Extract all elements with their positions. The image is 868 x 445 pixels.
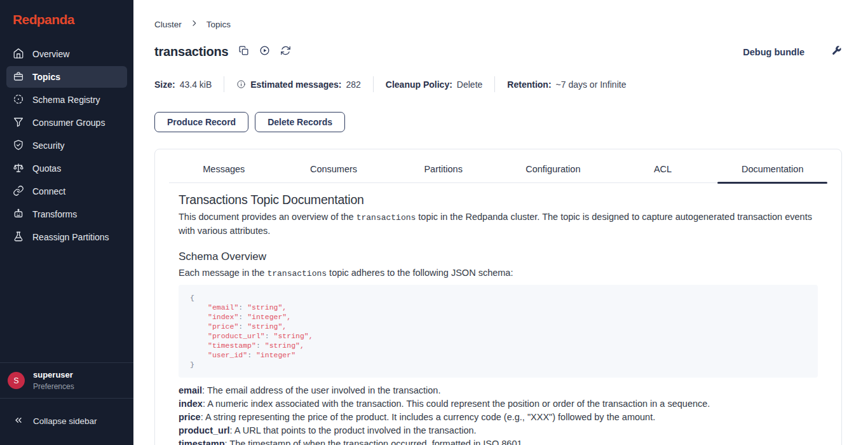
topic-tabs: Messages Consumers Partitions Configurat… — [169, 149, 827, 183]
sidebar-item-connect[interactable]: Connect — [6, 181, 127, 202]
breadcrumb-topics[interactable]: Topics — [207, 20, 231, 29]
delete-records-button[interactable]: Delete Records — [255, 112, 345, 132]
refresh-icon[interactable] — [280, 45, 291, 58]
shield-check-icon — [13, 139, 24, 153]
topic-actions: Produce Record Delete Records — [154, 112, 842, 132]
sidebar-item-label: Consumer Groups — [32, 118, 105, 128]
copy-icon[interactable] — [238, 45, 249, 58]
flask-icon — [13, 231, 24, 244]
sidebar-item-reassign-partitions[interactable]: Reassign Partitions — [6, 226, 127, 248]
sidebar-item-security[interactable]: Security — [6, 135, 127, 156]
divider — [373, 76, 374, 92]
sidebar-item-label: Security — [32, 140, 65, 151]
field-desc-product-url: product_url: A URL that points to the pr… — [179, 424, 817, 437]
sidebar-item-quotas[interactable]: Quotas — [6, 158, 127, 179]
inline-code: transactions — [267, 269, 327, 278]
sidebar-nav: Overview Topics Schema Registry Consumer… — [0, 43, 133, 249]
tab-partitions[interactable]: Partitions — [388, 158, 498, 182]
stat-size: Size:43.4 kiB — [154, 79, 212, 90]
breadcrumb: Cluster Topics — [154, 19, 842, 29]
preferences-link[interactable]: Preferences — [33, 382, 74, 391]
divider — [494, 76, 495, 92]
redpanda-logo: Redpanda — [0, 0, 133, 27]
robot-icon — [13, 208, 24, 221]
wrench-icon[interactable] — [831, 45, 842, 58]
chevrons-left-icon — [13, 415, 24, 427]
sidebar-item-consumer-groups[interactable]: Consumer Groups — [6, 112, 127, 134]
link-icon — [13, 185, 24, 198]
field-descriptions: email: The email address of the user inv… — [179, 384, 817, 445]
doc-title: Transactions Topic Documentation — [179, 193, 817, 207]
page-title: transactions — [154, 44, 229, 59]
produce-record-button[interactable]: Produce Record — [154, 112, 248, 132]
field-desc-index: index: A numeric index associated with t… — [179, 397, 817, 411]
collapse-sidebar-label: Collapse sidebar — [33, 416, 97, 426]
divider — [224, 76, 224, 92]
sidebar-item-topics[interactable]: Topics — [6, 66, 127, 88]
avatar: S — [8, 372, 25, 389]
sidebar-item-label: Overview — [32, 49, 69, 59]
sidebar-item-label: Quotas — [32, 163, 61, 174]
title-row: transactions Debug bundle — [154, 44, 842, 59]
play-circle-icon[interactable] — [259, 45, 270, 58]
stat-estimated-messages: Estimated messages:282 — [236, 79, 361, 90]
sidebar-item-overview[interactable]: Overview — [6, 43, 127, 65]
json-schema-code-block: { "email": "string", "index": "integer",… — [179, 285, 818, 378]
sidebar-item-schema-registry[interactable]: Schema Registry — [6, 89, 127, 111]
documentation-content: Transactions Topic Documentation This do… — [155, 183, 841, 445]
scales-icon — [13, 162, 24, 175]
field-desc-price: price: A string representing the price o… — [179, 411, 817, 424]
doc-intro: This document provides an overview of th… — [179, 210, 817, 238]
topic-card: Messages Consumers Partitions Configurat… — [154, 149, 842, 445]
tab-documentation[interactable]: Documentation — [717, 158, 827, 182]
field-desc-timestamp: timestamp: The timestamp of when the tra… — [179, 437, 817, 445]
funnel-icon — [13, 116, 24, 130]
sidebar-item-label: Topics — [32, 72, 60, 82]
sidebar: Redpanda Overview Topics Schema Registry… — [0, 0, 133, 445]
tab-configuration[interactable]: Configuration — [498, 158, 608, 182]
tab-acl[interactable]: ACL — [608, 158, 718, 182]
home-icon — [13, 48, 24, 61]
collapse-sidebar-button[interactable]: Collapse sidebar — [0, 398, 133, 445]
field-desc-email: email: The email address of the user inv… — [179, 384, 817, 397]
stat-cleanup-policy: Cleanup Policy:Delete — [386, 79, 483, 90]
user-section[interactable]: S superuser Preferences — [0, 362, 133, 398]
schema-registry-icon — [13, 93, 24, 107]
sidebar-item-label: Schema Registry — [32, 95, 100, 105]
debug-bundle-link[interactable]: Debug bundle — [743, 47, 804, 57]
topics-box-icon — [13, 71, 24, 84]
tab-consumers[interactable]: Consumers — [279, 158, 389, 182]
sidebar-item-label: Transforms — [32, 209, 77, 219]
app-root: Redpanda Overview Topics Schema Registry… — [0, 0, 868, 445]
sidebar-item-transforms[interactable]: Transforms — [6, 203, 127, 225]
info-icon[interactable] — [236, 79, 246, 89]
breadcrumb-cluster[interactable]: Cluster — [154, 20, 182, 29]
tab-messages[interactable]: Messages — [169, 158, 279, 182]
stat-retention: Retention:~7 days or Infinite — [507, 79, 626, 90]
schema-intro: Each message in the transactions topic a… — [179, 266, 817, 280]
inline-code: transactions — [356, 213, 416, 222]
main-content: Cluster Topics transactions Debug bundle… — [133, 0, 868, 445]
sidebar-item-label: Reassign Partitions — [32, 232, 109, 242]
sidebar-item-label: Connect — [32, 186, 65, 196]
chevron-right-icon — [190, 19, 198, 29]
user-name: superuser — [33, 370, 74, 380]
schema-overview-heading: Schema Overview — [179, 250, 817, 263]
topic-stats: Size:43.4 kiB Estimated messages:282 Cle… — [154, 76, 842, 92]
